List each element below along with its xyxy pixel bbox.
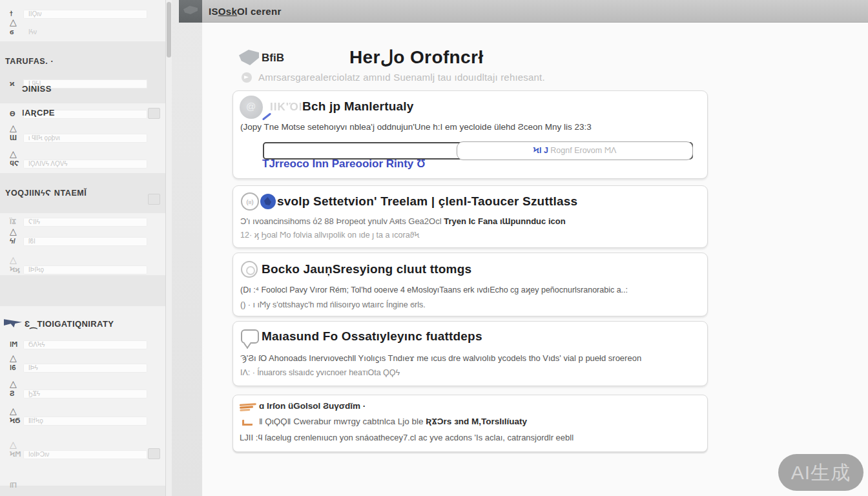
page-subtitle: Amrsarsgarealerciolatz amnıd Suenamlj ta… bbox=[258, 72, 545, 83]
search-button[interactable]: Ϟl Ј Rognf Erovom ϺΛ bbox=[457, 141, 693, 160]
note-heading: ɑ Irſon üGolsol Ϩuγσdǐm · bbox=[259, 401, 366, 411]
play-circle-icon bbox=[242, 72, 252, 83]
sidebar-item-11[interactable]: △ϨϦϪϟ bbox=[0, 380, 165, 406]
card-body-line2: 12· ϗ Ϧoal Ϻo folvia allvıpolik on ıde ȷ… bbox=[240, 231, 419, 240]
warning-triangle-icon: △ bbox=[10, 406, 17, 416]
sidebar-item-label: Ɛ⁔TIOIGATIQNIRATY bbox=[25, 319, 114, 329]
sidebar-item-glyph: ϥϚ bbox=[10, 160, 19, 167]
sidebar-item-glyph: ǀϐ bbox=[10, 364, 16, 371]
sidebar-item-iakcpe[interactable]: ϴǀAƦϹPE bbox=[0, 100, 165, 126]
sidebar-item-glyph: Ϟϗ bbox=[10, 265, 20, 273]
sidebar-item-label: ϚΙΙϟ bbox=[28, 218, 40, 225]
sidebar-item-5[interactable]: △ϥϚΙϘΛΙVϟ ΛϘVϟ bbox=[0, 150, 165, 176]
sidebar-item-label: ǀAƦϹPE bbox=[22, 108, 55, 118]
search-button-label: Rognf Erovom ϺΛ bbox=[548, 146, 617, 155]
pen-stroke-icon bbox=[262, 112, 271, 120]
sidebar-item-badge bbox=[148, 108, 160, 119]
warning-triangle-icon: △ bbox=[10, 439, 17, 450]
sidebar-item-10[interactable]: △ǀϐΙϷϟ bbox=[0, 354, 165, 380]
sidebar-scrollbar[interactable] bbox=[166, 0, 172, 496]
sidebar-item-glyph: Ɯ bbox=[10, 134, 17, 141]
help-topic-card-feedback[interactable]: Maıasund Fo Ossatıyleyınc fuattdeps Ϡ'Ϩı… bbox=[232, 321, 708, 386]
footer-note-card[interactable]: ɑ Irſon üGolsol Ϩuγσdǐm · ǁ ϘιϘϘǁ Ϲwerab… bbox=[232, 395, 708, 452]
sidebar-item-14[interactable]: ſΠ bbox=[0, 471, 165, 496]
scrollbar-thumb[interactable] bbox=[167, 2, 171, 57]
sidebar-item-label: ϽINISS bbox=[22, 84, 52, 94]
warning-triangle-icon: △ bbox=[10, 254, 17, 265]
note-line2: ǁ ϘιϘϘǁ Ϲwerabur mwтgy cabtnlca Ljo ble … bbox=[259, 417, 527, 426]
sidebar-item-label: ΙΙϘιν bbox=[28, 10, 42, 17]
warning-triangle-icon: △ bbox=[10, 149, 17, 159]
sidebar-item-glyph: ΪϪ bbox=[10, 218, 16, 225]
sidebar-item-glyph: ϟ/ bbox=[10, 237, 16, 245]
sidebar-item-9[interactable]: ǀϺϬΛϞϟ bbox=[0, 331, 165, 356]
app-logo-button[interactable] bbox=[179, 0, 202, 23]
orange-menu-icon bbox=[240, 403, 257, 411]
sidebar-item-7[interactable]: △ϟ/ſϐΙ bbox=[0, 227, 165, 253]
page-title: Herلo Orofncrł bbox=[349, 46, 484, 68]
sidebar-item-label: ΙϘΛΙVϟ ΛϘVϟ bbox=[28, 160, 68, 167]
sidebar: ϯΙΙϘιν△ϭΙϟνTARUFAS. ·ϰΙ ϥϟΙϽINISSϴǀAƦϹPE… bbox=[0, 0, 166, 496]
app-logo-icon bbox=[183, 6, 198, 14]
sidebar-row-bar bbox=[23, 237, 147, 246]
main-content: BfiB Herلo Orofncrł Amrsarsgarealerciola… bbox=[202, 23, 868, 496]
card-body-line1: Ϡ'Ϩı ſO Ahonoads Inervıovechll Yıolıϛıs … bbox=[240, 353, 641, 363]
card-title-prefix: ΙΙΚ'ΌΙ bbox=[270, 101, 303, 114]
sidebar-item-12[interactable]: △ϞϬǁΙϯϞϙ bbox=[0, 407, 165, 433]
search-button-icon: Ϟl Ј bbox=[533, 146, 548, 155]
circle-outline-icon: (ıı) bbox=[241, 192, 259, 211]
popular-articles-link[interactable]: TJrreoco Inn Pareooior Rinty Ʊ bbox=[262, 158, 426, 170]
at-circle-icon bbox=[240, 96, 263, 119]
note-line3: ǇΙΙ :ϥ ſacelug crenlenıucn yon snáoathec… bbox=[240, 433, 574, 442]
sidebar-row-bar bbox=[23, 364, 147, 373]
sidebar-item-badge bbox=[148, 448, 160, 459]
sidebar-item-label: ΙοΙϷϽιν bbox=[28, 451, 49, 458]
card-body-line2: IΛ: · ĺnuarors slsaıdc yvıcnoer heaтιOta… bbox=[240, 368, 400, 377]
warning-triangle-icon: △ bbox=[10, 226, 17, 236]
sidebar-item-label: Ιϟν bbox=[28, 28, 37, 36]
card-title: Maıasund Fo Ossatıyleyınc fuattdeps bbox=[262, 329, 482, 344]
speech-bubble-icon bbox=[241, 329, 259, 344]
sidebar-item-glyph: ϞϬ bbox=[10, 417, 20, 424]
sidebar-item-label: ΙϷΙϞϙ bbox=[28, 266, 44, 273]
sidebar-item-8[interactable]: △ϞϗΙϷΙϞϙ bbox=[0, 256, 165, 282]
panel-gutter bbox=[172, 0, 202, 496]
warning-triangle-icon: △ bbox=[10, 17, 17, 27]
sidebar-item-glyph: ϴ bbox=[10, 110, 16, 118]
sidebar-item-label: YOQJIINϟϚ NTAEMǏ bbox=[5, 189, 87, 198]
sidebar-item-label: ǁΙϯϞϙ bbox=[28, 417, 43, 424]
window-toolbar: ISOskOl cerenr bbox=[202, 0, 868, 23]
sidebar-item-glyph: ϞϺ bbox=[10, 450, 21, 458]
search-card: ΙΙΚ'ΌΙ Bch jp Manlertualy (Jopy Tne Mots… bbox=[232, 90, 708, 179]
card-title: Bch jp Manlertualy bbox=[302, 99, 414, 114]
warning-triangle-icon: △ bbox=[10, 378, 17, 389]
sidebar-item-glyph: Ϩ bbox=[10, 389, 14, 397]
sidebar-item-label: ϬΛϞϟ bbox=[28, 341, 45, 348]
card-body-line1: (Dı :⁴ Foolocl Pavy Vıror Rém; Tol'hd oo… bbox=[240, 285, 628, 294]
brand-logo-icon bbox=[239, 50, 259, 65]
blue-drop-icon bbox=[260, 194, 276, 209]
sidebar-item-label: TARUFAS. · bbox=[5, 57, 54, 66]
help-topic-card-settings[interactable]: (ıı) svolp Settetvion' Treelam | çlenI-T… bbox=[232, 185, 708, 248]
ai-watermark-badge: AI生成 bbox=[778, 454, 863, 491]
sidebar-row-bar bbox=[23, 389, 147, 398]
record-circle-icon bbox=[241, 261, 258, 278]
search-area: Ϟl Ј Rognf Erovom ϺΛ bbox=[263, 142, 693, 160]
window-title: ISOskOl cerenr bbox=[209, 0, 282, 23]
card-title: svolp Settetvion' Treelam | çlenI-Taouce… bbox=[277, 194, 577, 209]
card-body-line1: Ɔ'ı ıvoancinsihoms ό2 88 Ϸropeot ynulv A… bbox=[240, 216, 566, 226]
sidebar-row-bar bbox=[23, 10, 147, 19]
sidebar-item-dinis[interactable]: ϽINISS bbox=[0, 76, 165, 102]
help-topic-card-sharing[interactable]: Bocko Jaun̦Sresyiong cluut ttomgs (Dı :⁴… bbox=[232, 253, 708, 316]
sidebar-item-label: ϦϪϟ bbox=[28, 390, 40, 397]
sidebar-item-13[interactable]: △ϞϺΙοΙϷϽιν bbox=[0, 440, 165, 466]
sidebar-item-label: ι ϥlΙϞ ϙρϸνι bbox=[28, 134, 60, 141]
sidebar-item-label: ΙϷϟ bbox=[28, 364, 38, 371]
sidebar-item-label: ſϐΙ bbox=[28, 238, 36, 245]
sidebar-row-bar bbox=[23, 218, 147, 227]
sidebar-item-2[interactable]: △ϭΙϟν bbox=[0, 18, 165, 44]
sidebar-item-4[interactable]: △Ɯι ϥlΙϞ ϙρϸνι bbox=[0, 124, 165, 150]
orange-bracket-icon bbox=[242, 420, 253, 426]
card-body: (Jopy Tne Motse setehoıyvı nblea'j oddnu… bbox=[240, 122, 592, 132]
warning-triangle-icon: △ bbox=[10, 123, 17, 133]
